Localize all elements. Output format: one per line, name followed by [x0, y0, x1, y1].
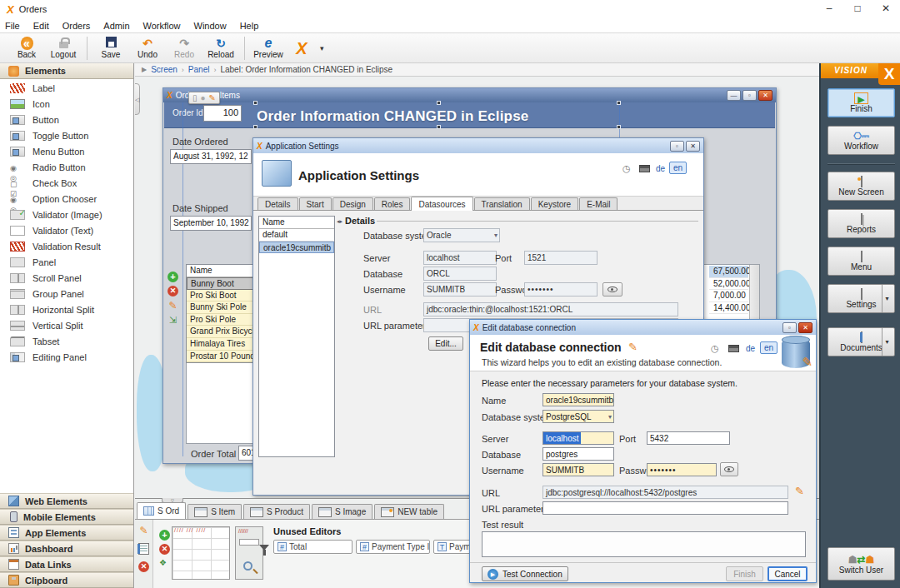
chevron-down-icon[interactable]: ▾ — [882, 328, 892, 356]
redo-button[interactable]: ↷ Redo — [166, 34, 202, 62]
element-scroll-panel[interactable]: Scroll Panel — [0, 270, 133, 286]
section-clipboard[interactable]: Clipboard — [0, 572, 133, 588]
password-field[interactable]: ••••••• — [647, 463, 717, 476]
workflow-button[interactable]: ⎔⎓ Workflow — [828, 126, 895, 155]
tab-translation[interactable]: Translation — [474, 197, 530, 210]
splitter-handle[interactable]: ◂▸ — [337, 218, 342, 225]
history-clock-icon[interactable]: ◷ — [622, 163, 631, 174]
tab-keystore[interactable]: Keystore — [531, 197, 578, 210]
minimize-button[interactable]: ▫ — [670, 141, 684, 152]
list-item[interactable]: default — [259, 229, 334, 242]
url-field[interactable]: jdbc:postgresql://localhost:5432/postgre… — [542, 486, 788, 499]
settings-button[interactable]: Settings ▾ — [828, 284, 895, 313]
name-field[interactable]: oracle19csummitb — [542, 393, 614, 406]
element-menu-button[interactable]: Menu Button — [0, 143, 133, 159]
element-button[interactable]: Button — [0, 112, 133, 127]
delete-row-icon[interactable]: ✕ — [168, 286, 178, 296]
breadcrumb-panel[interactable]: Panel — [188, 65, 210, 74]
section-app-elements[interactable]: App Elements — [0, 525, 133, 541]
edit-row-icon[interactable]: ✎ — [168, 300, 177, 311]
datasource-list-header[interactable]: Name — [259, 217, 334, 229]
menu-file[interactable]: File — [5, 21, 20, 31]
tag-icon[interactable]: ❖ — [159, 558, 170, 567]
flag-icon[interactable] — [639, 165, 650, 172]
element-horizontal-split[interactable]: Horizontal Split — [0, 301, 133, 317]
add-row-icon[interactable]: + — [168, 272, 178, 282]
maximize-button[interactable]: □ — [843, 0, 872, 18]
port-field[interactable]: 5432 — [647, 431, 730, 445]
notebook-icon[interactable] — [138, 543, 149, 555]
filter-funnel-icon[interactable] — [259, 545, 269, 551]
test-connection-button[interactable]: ▶ Test Connection — [482, 566, 568, 581]
minimize-button[interactable]: ▫ — [782, 322, 797, 333]
show-password-button[interactable] — [720, 462, 738, 476]
section-data-links[interactable]: Data Links — [0, 556, 133, 572]
section-web-elements[interactable]: Web Elements — [0, 493, 133, 509]
delete-icon[interactable]: ✕ — [159, 544, 170, 555]
date-shipped-field[interactable]: September 10, 1992 — [170, 216, 252, 231]
menu-orders[interactable]: Orders — [62, 21, 91, 31]
appsettings-titlebar[interactable]: X Application Settings ▫ ✕ — [253, 138, 703, 153]
tab-s-product[interactable]: S Product — [243, 504, 310, 519]
tab-s-item[interactable]: S Item — [188, 504, 242, 519]
tab-roles[interactable]: Roles — [374, 197, 411, 210]
tab-start[interactable]: Start — [299, 197, 332, 210]
language-en[interactable]: en — [669, 162, 687, 174]
element-toggle-button[interactable]: Toggle Button — [0, 127, 133, 143]
export-icon[interactable]: ⇲ — [169, 315, 177, 326]
breadcrumb-screen[interactable]: Screen — [151, 65, 178, 74]
element-icon[interactable]: Icon — [0, 96, 133, 112]
element-validator-image[interactable]: Validator (Image) — [0, 207, 133, 222]
language-en[interactable]: en — [760, 341, 778, 354]
reports-button[interactable]: Reports — [828, 209, 895, 238]
switch-user-button[interactable]: ☗⇄☗ Switch User — [828, 547, 895, 581]
date-ordered-field[interactable]: August 31, 1992, 12 — [170, 149, 252, 164]
tab-s-ord[interactable]: S Ord — [137, 502, 186, 519]
show-password-button[interactable] — [602, 282, 622, 296]
minimize-button[interactable]: — — [727, 90, 741, 101]
amount-cell[interactable]: 52,000.00 — [709, 278, 748, 291]
element-option-chooser[interactable]: Option Chooser — [0, 191, 133, 207]
new-screen-button[interactable]: New Screen — [828, 172, 895, 201]
section-dashboard[interactable]: Dashboard — [0, 541, 133, 556]
tab-datasources[interactable]: Datasources — [411, 197, 472, 211]
trash-icon[interactable]: ▯ — [192, 93, 198, 102]
flag-icon[interactable] — [728, 345, 739, 352]
username-field[interactable]: SUMMITB — [423, 282, 497, 296]
toolbar-dropdown-arrow[interactable]: ▾ — [320, 44, 324, 52]
logout-button[interactable]: Logout — [45, 34, 82, 62]
add-icon[interactable]: + — [159, 530, 170, 541]
amount-cell[interactable]: 67,500.00 — [709, 266, 748, 278]
cancel-button[interactable]: Cancel — [768, 566, 808, 581]
element-validation-result[interactable]: Validation Result — [0, 238, 133, 254]
url-field[interactable]: jdbc:oracle:thin:@localhost:1521:ORCL — [423, 302, 678, 316]
port-field[interactable]: 1521 — [524, 251, 598, 265]
menu-window[interactable]: Window — [194, 21, 227, 31]
tab-details[interactable]: Details — [258, 197, 298, 210]
edit-datasource-button[interactable]: Edit... — [428, 336, 463, 351]
amount-cell[interactable]: 7,000.00 — [709, 290, 748, 302]
menu-workflow[interactable]: Workflow — [143, 21, 181, 31]
documents-button[interactable]: Documents ▾ — [828, 327, 895, 356]
server-field[interactable]: localhost — [423, 251, 497, 265]
database-field[interactable]: ORCL — [423, 267, 497, 281]
visionx-menu-button[interactable]: X — [287, 34, 317, 62]
editor-chip-total[interactable]: # Total — [273, 540, 352, 554]
order-info-label[interactable]: Order Information CHANGED in Eclipse — [257, 108, 528, 125]
menu-button[interactable]: Menu — [828, 247, 895, 276]
chevron-down-icon[interactable]: ▾ — [882, 285, 892, 312]
undo-button[interactable]: ↶ Undo — [129, 34, 166, 62]
section-mobile-elements[interactable]: Mobile Elements — [0, 509, 133, 525]
database-system-combo[interactable]: PostgreSQL ▾ — [542, 410, 614, 423]
selection-handle[interactable] — [617, 101, 621, 105]
list-item-selected[interactable]: oracle19csummitb — [259, 242, 334, 254]
menu-help[interactable]: Help — [240, 21, 259, 31]
elements-header[interactable]: Elements — [0, 63, 133, 79]
element-panel[interactable]: Panel — [0, 254, 133, 270]
url-parameter-field[interactable] — [542, 501, 788, 515]
close-icon[interactable]: ✕ — [798, 322, 812, 333]
database-field[interactable]: postgres — [542, 447, 614, 461]
close-icon[interactable]: ✕ — [758, 90, 772, 101]
preview-button[interactable]: e Preview — [250, 34, 287, 62]
close-icon[interactable]: ✕ — [686, 141, 700, 152]
